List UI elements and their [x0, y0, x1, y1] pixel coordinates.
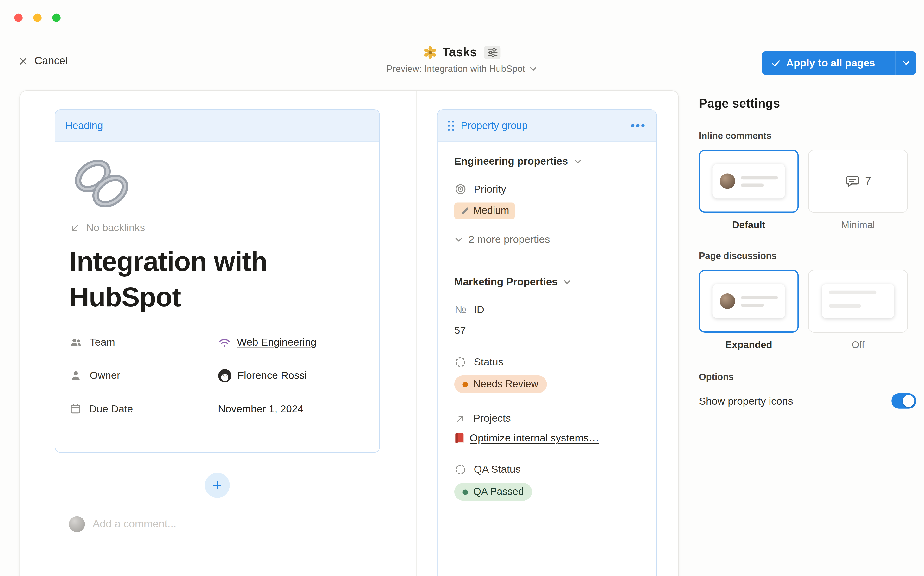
property-label: Status [474, 356, 503, 368]
preview-page-selector[interactable]: Preview: Integration with HubSpot [386, 64, 538, 74]
page-discussions-option-expanded[interactable] [699, 270, 799, 333]
document-title: Tasks [442, 45, 477, 59]
group-name: Marketing Properties [454, 275, 558, 288]
numero-icon: № [454, 304, 467, 316]
heading-block-label: Heading [65, 120, 103, 131]
calendar-icon [70, 403, 81, 414]
toggle-label: Show property icons [699, 395, 793, 407]
avatar-lines-preview [712, 284, 785, 318]
property-row-id[interactable]: № ID [454, 304, 640, 316]
property-group-body: Engineering properties Priority Medium 2… [438, 142, 656, 514]
section-label-page-discussions: Page discussions [699, 251, 916, 261]
add-block-button[interactable]: + [205, 473, 230, 498]
page-title: Integration with HubSpot [70, 243, 349, 315]
apply-label: Apply to all pages [786, 57, 875, 69]
more-options-button[interactable]: ••• [631, 119, 646, 132]
flower-icon [423, 45, 437, 59]
property-label: Due Date [89, 402, 133, 415]
property-label: Team [90, 336, 115, 349]
more-properties-toggle[interactable]: 2 more properties [454, 234, 640, 246]
page-properties: Team Web Engineering Owner [70, 325, 365, 425]
option-label-default: Default [699, 219, 799, 230]
qa-status-value-pill[interactable]: QA Passed [454, 483, 532, 501]
id-value: 57 [454, 324, 640, 337]
heading-block-header[interactable]: Heading [55, 110, 380, 142]
property-row-status[interactable]: Status [454, 356, 640, 368]
group-header-engineering[interactable]: Engineering properties [454, 155, 640, 168]
status-spinner-icon [454, 356, 467, 368]
property-value: Web Engineering [237, 336, 317, 349]
penguin-avatar [218, 368, 232, 382]
target-icon [454, 183, 467, 195]
preview-property-row-due-date[interactable]: Due Date November 1, 2024 [70, 392, 365, 425]
chevron-down-icon [454, 235, 463, 244]
option-label-minimal: Minimal [808, 219, 908, 230]
pill-label: QA Passed [473, 486, 524, 498]
panel-title: Page settings [699, 96, 916, 110]
plus-icon: + [213, 476, 222, 494]
column-divider [416, 91, 417, 576]
show-property-icons-toggle[interactable] [891, 393, 916, 409]
priority-value-tag[interactable]: Medium [454, 203, 515, 219]
more-properties-label: 2 more properties [469, 234, 550, 246]
property-value: November 1, 2024 [218, 402, 303, 415]
pencil-icon [460, 206, 469, 215]
property-group-block[interactable]: Property group ••• Engineering propertie… [437, 109, 657, 576]
check-icon [771, 58, 781, 68]
chevron-down-icon [902, 59, 910, 67]
chevron-down-icon [563, 278, 571, 286]
comment-placeholder: Add a comment... [93, 518, 176, 531]
inline-comments-option-default[interactable] [699, 150, 799, 213]
projects-relation-link[interactable]: Optimize internal systems… [454, 432, 640, 444]
add-comment-input[interactable]: Add a comment... [69, 516, 176, 533]
plain-lines-preview [822, 284, 894, 318]
group-header-marketing[interactable]: Marketing Properties [454, 275, 640, 288]
property-value: Florence Rossi [238, 369, 307, 382]
chain-links-icon [70, 155, 134, 212]
arrow-up-right-icon [454, 413, 466, 424]
show-property-icons-row: Show property icons [699, 393, 916, 409]
close-window-button[interactable] [14, 14, 22, 22]
status-value-pill[interactable]: Needs Review [454, 376, 547, 393]
apply-to-all-pages-button[interactable]: Apply to all pages [762, 51, 916, 75]
backlinks-indicator[interactable]: No backlinks [70, 221, 365, 234]
layout-options-button[interactable] [484, 45, 501, 59]
heading-block-body: No backlinks Integration with HubSpot Te… [55, 142, 380, 425]
option-label-off: Off [808, 339, 908, 350]
chevron-down-icon [529, 65, 538, 73]
preview-property-row-owner[interactable]: Owner Florence Rossi [70, 359, 365, 392]
red-book-icon [454, 432, 464, 444]
tag-label: Medium [473, 205, 509, 217]
avatar [720, 293, 735, 309]
avatar-lines-preview [712, 164, 785, 198]
property-label: Projects [473, 412, 511, 425]
property-row-projects[interactable]: Projects [454, 412, 640, 425]
user-avatar [69, 516, 85, 533]
property-group-header[interactable]: Property group ••• [438, 110, 656, 142]
option-label-expanded: Expanded [699, 339, 799, 350]
minimize-window-button[interactable] [33, 14, 41, 22]
drag-handle-icon[interactable] [448, 120, 454, 131]
comment-bubble-icon [845, 174, 860, 189]
window-controls [14, 14, 71, 22]
status-dot [463, 382, 468, 387]
page-discussions-option-off[interactable] [808, 270, 908, 333]
sliders-icon [487, 48, 497, 57]
property-row-qa-status[interactable]: QA Status [454, 463, 640, 476]
toggle-knob [903, 395, 914, 407]
avatar [720, 174, 735, 189]
property-row-priority[interactable]: Priority [454, 183, 640, 195]
arrow-down-left-icon [70, 222, 81, 234]
status-dot [463, 489, 468, 494]
section-label-inline-comments: Inline comments [699, 131, 916, 141]
chevron-down-icon [573, 157, 582, 166]
property-label: ID [474, 304, 484, 316]
person-icon [70, 369, 82, 382]
preview-label: Preview: Integration with HubSpot [386, 64, 525, 74]
relation-label: Optimize internal systems… [470, 432, 599, 444]
heading-block[interactable]: Heading No backlinks Integration with Hu… [54, 109, 380, 453]
preview-property-row-team[interactable]: Team Web Engineering [70, 325, 365, 358]
apply-options-chevron[interactable] [895, 59, 916, 67]
inline-comments-option-minimal[interactable]: 7 [808, 150, 908, 213]
zoom-window-button[interactable] [52, 14, 61, 22]
